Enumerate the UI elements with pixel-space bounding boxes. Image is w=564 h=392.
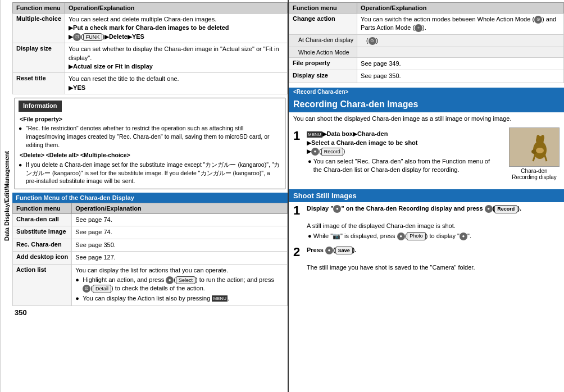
- kangaroo-svg: [512, 130, 557, 164]
- table-row: Change action You can switch the action …: [289, 13, 564, 35]
- sub-icon: ⊙: [369, 37, 376, 45]
- op-cell: See page 74.: [72, 226, 288, 239]
- info-bullet-1: ● "Rec. file restriction" denotes whethe…: [19, 124, 281, 149]
- action-bullet-1: ● Highlight an action, and press ●(Selec…: [75, 276, 284, 293]
- step1-area: Chara-denRecording display 1 MENU▶Data b…: [289, 127, 564, 185]
- photo-btn: Photo: [407, 232, 426, 240]
- record-title-small: <Record Chara-den>: [289, 88, 564, 96]
- fn-menu-header-fn: Function menu: [13, 203, 72, 214]
- fn-menu-section-header: Function Menu of the Chara-den Display: [12, 193, 288, 203]
- display-circle-2: ●: [460, 233, 467, 240]
- fn-cell: Multiple-choice: [13, 13, 65, 43]
- chara-image: [509, 127, 560, 167]
- svg-point-4: [536, 135, 540, 140]
- fn-cell: Display size: [289, 70, 357, 83]
- op-cell: You can switch the action modes between …: [357, 13, 564, 35]
- shoot-bullet-dot: ●: [308, 232, 312, 240]
- op-cell: See page 350.: [72, 239, 288, 251]
- op-cell: You can display the list for actions tha…: [72, 264, 288, 306]
- shoot-step-content-2: Press ●(Save). The still image you have …: [307, 246, 560, 272]
- op-cell: See page 350.: [357, 70, 564, 83]
- main-table-header-fn: Function menu: [13, 3, 65, 13]
- record-section: <Record Chara-den> Recording Chara-den I…: [289, 88, 564, 112]
- save-circle: ●: [325, 247, 333, 254]
- funk-btn: FUNK: [83, 33, 103, 42]
- table-row: Chara-den call See page 74.: [13, 214, 288, 226]
- chara-image-label: Chara-denRecording display: [509, 168, 560, 180]
- info-delete-title: <Delete> <Delete all> <Multiple-choice>: [19, 151, 281, 159]
- shoot-step-num-2: 2: [293, 246, 304, 272]
- detail-btn: Detail: [93, 285, 111, 293]
- step1-bullet-dot: ●: [308, 157, 312, 175]
- icon-whole: ⊙: [534, 16, 542, 24]
- fn-cell: Substitute image: [13, 226, 72, 239]
- shoot-note-1: While "📷" is displayed, press ●(Photo) t…: [313, 232, 471, 240]
- record-circle-btn: ●: [311, 148, 319, 156]
- table-row: Reset title You can reset the title to t…: [13, 73, 288, 94]
- fn-menu-table: Function menu Operation/Explanation Char…: [12, 203, 288, 306]
- photo-circle: ●: [397, 233, 405, 240]
- fn-cell: Chara-den call: [13, 214, 72, 226]
- main-columns: Function menu Operation/Explanation Mult…: [12, 0, 564, 392]
- op-cell: You can reset the title to the default o…: [65, 73, 288, 94]
- fn-cell: Action list: [13, 264, 72, 306]
- info-text-2: If you delete a Chara-den image set for …: [26, 161, 281, 185]
- record-intro: You can shoot the displayed Chara-den im…: [289, 112, 564, 125]
- fn-cell: Reset title: [13, 73, 65, 94]
- fn-cell: Add desktop icon: [13, 252, 72, 264]
- table-row: Rec. Chara-den See page 350.: [13, 239, 288, 251]
- fn-cell: Rec. Chara-den: [13, 239, 72, 251]
- step-content-1: MENU▶Data box▶Chara-den ▶Select a Chara-…: [307, 130, 500, 175]
- sub-fn-cell: At Chara-den display: [289, 34, 357, 47]
- record-circle-2: ●: [485, 205, 493, 213]
- action-bullet-2: ● You can display the Action list also b…: [75, 294, 284, 303]
- op-cell: You can select and delete multiple Chara…: [65, 13, 288, 43]
- svg-point-3: [541, 135, 544, 140]
- right-column: Function menu Operation/Explanation Chan…: [289, 0, 564, 392]
- circle-icon: ⊡: [73, 33, 81, 41]
- display-circle: ●: [333, 205, 341, 213]
- select-btn: Select: [176, 276, 195, 285]
- op-cell: See page 127.: [72, 252, 288, 264]
- shoot-step-content-1: Display "●" on the Chara-den Recording d…: [307, 204, 560, 241]
- table-row: Substitute image See page 74.: [13, 226, 288, 239]
- menu-icon-step: MENU: [307, 131, 322, 138]
- info-file-property-title: <File property>: [19, 115, 281, 124]
- step1-note: You can select "Rec. Chara-den" also fro…: [313, 157, 500, 175]
- sub-op-cell: (⊙): [357, 34, 564, 47]
- shoot-header: Shoot Still Images: [289, 189, 564, 202]
- page-number: 350: [12, 306, 288, 317]
- table-row: Display size You can set whether to disp…: [13, 43, 288, 73]
- right-top-table: Function menu Operation/Explanation Chan…: [289, 2, 564, 83]
- step-num-1: 1: [293, 130, 304, 175]
- main-table-header-op: Operation/Explanation: [65, 3, 288, 13]
- table-row: Add desktop icon See page 127.: [13, 252, 288, 264]
- op-cell: You can set whether to display the Chara…: [65, 43, 288, 73]
- shoot-step-num-1: 1: [293, 204, 304, 241]
- bullet-dot: ●: [19, 124, 24, 149]
- action-text-1: Highlight an action, and press ●(Select)…: [83, 276, 284, 293]
- table-row: Action list You can display the list for…: [13, 264, 288, 306]
- save-btn: Save: [335, 247, 353, 255]
- fn-cell: Display size: [13, 43, 65, 73]
- fn-cell: File property: [289, 58, 357, 70]
- record-btn-2: Record: [494, 205, 517, 213]
- right-table-header-op: Operation/Explanation: [357, 3, 564, 13]
- fn-cell: Change action: [289, 13, 357, 35]
- svg-point-8: [536, 148, 544, 153]
- shoot-step-2: 2 Press ●(Save). The still image you hav…: [289, 244, 564, 274]
- bullet-dot-2: ●: [75, 294, 81, 303]
- step-1: 1 MENU▶Data box▶Chara-den ▶Select a Char…: [289, 127, 504, 177]
- record-btn-label: Record: [321, 148, 343, 156]
- icon-parts: +: [415, 24, 422, 32]
- information-box: Information <File property> ● "Rec. file…: [15, 98, 285, 189]
- shoot-step-1: 1 Display "●" on the Chara-den Recording…: [289, 202, 564, 244]
- circle-btn: ●: [166, 276, 174, 284]
- table-row: File property See page 349.: [289, 58, 564, 70]
- table-row: Display size See page 350.: [289, 70, 564, 83]
- info-header: Information: [19, 101, 62, 111]
- step1-bullet: ● You can select "Rec. Chara-den" also f…: [307, 157, 500, 175]
- fn-menu-header-op: Operation/Explanation: [72, 203, 288, 214]
- main-table: Function menu Operation/Explanation Mult…: [12, 2, 288, 94]
- page-wrapper: Data Display/Edit/Management Function me…: [0, 0, 564, 392]
